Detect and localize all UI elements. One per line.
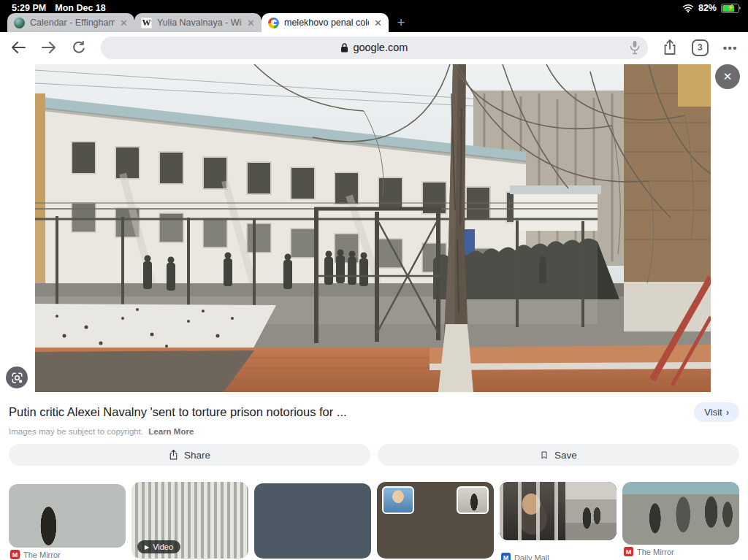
copyright-notice: Images may be subject to copyright. Lear… — [9, 427, 194, 436]
bookmark-icon — [540, 450, 549, 461]
tab-melekhovo-active[interactable]: melekhovo penal colony ✕ — [262, 13, 389, 32]
prison-yard-photo — [565, 482, 617, 540]
tab-calendar[interactable]: Calendar - Effingham Co ✕ — [7, 13, 134, 32]
learn-more-link[interactable]: Learn More — [148, 427, 194, 436]
save-button[interactable]: Save — [378, 444, 739, 466]
inset-portrait-photo — [382, 486, 414, 514]
close-tab-icon[interactable]: ✕ — [374, 18, 382, 28]
related-image-thumbnail[interactable] — [9, 484, 126, 548]
prison-photo-illustration — [35, 64, 711, 392]
lens-viewfinder-icon — [11, 372, 23, 384]
related-image-thumbnail[interactable] — [377, 482, 494, 559]
daily-mail-logo-icon: M — [501, 553, 511, 560]
attribution-text: The Mirror — [637, 548, 674, 556]
tab-switcher-button[interactable]: 3 — [692, 39, 709, 56]
mic-icon[interactable] — [630, 40, 640, 55]
tab-strip: Calendar - Effingham Co ✕ W Yulia Navaln… — [0, 15, 748, 32]
share-label: Share — [184, 450, 210, 461]
visit-label: Visit — [704, 407, 722, 418]
attribution-text: Daily Mail — [514, 553, 549, 560]
attribution-text: The Mirror — [23, 551, 61, 559]
back-button[interactable] — [10, 40, 26, 55]
share-button[interactable]: Share — [9, 444, 370, 466]
lock-icon — [340, 43, 348, 53]
share-page-icon[interactable] — [663, 39, 677, 56]
close-tab-icon[interactable]: ✕ — [120, 18, 128, 28]
date: Mon Dec 18 — [55, 3, 105, 13]
visit-button[interactable]: Visit › — [694, 402, 739, 422]
chevron-right-icon: › — [726, 407, 729, 418]
wifi-icon — [682, 4, 694, 12]
related-image-thumbnail[interactable] — [500, 482, 617, 540]
thumbnail-attribution[interactable]: M The Mirror — [10, 550, 61, 559]
tab-label: Yulia Navalnaya - Wikipe — [157, 18, 242, 28]
tab-label: melekhovo penal colony — [284, 18, 369, 28]
video-badge: ▶ Video — [137, 540, 180, 553]
url-text: google.com — [353, 42, 408, 53]
mirror-logo-icon: M — [10, 550, 20, 559]
close-icon: ✕ — [723, 70, 733, 83]
close-tab-icon[interactable]: ✕ — [247, 18, 255, 28]
thumbnail-attribution[interactable]: M The Mirror — [624, 547, 674, 556]
status-bar: 5:29 PM Mon Dec 18 82% ⚡ — [0, 0, 748, 15]
close-viewer-button[interactable]: ✕ — [715, 64, 740, 89]
wikipedia-favicon: W — [141, 18, 152, 28]
new-tab-button[interactable]: + — [389, 15, 413, 32]
battery-percent: 82% — [698, 3, 717, 13]
thumbnail-attribution[interactable]: M Daily Mail — [501, 553, 549, 560]
tab-label: Calendar - Effingham Co — [30, 18, 115, 28]
google-favicon — [268, 18, 279, 28]
image-title: Putin critic Alexei Navalny 'sent to tor… — [9, 405, 347, 419]
copyright-text: Images may be subject to copyright. — [9, 427, 143, 436]
related-image-thumbnail[interactable] — [254, 483, 371, 559]
play-icon: ▶ — [145, 544, 149, 551]
video-badge-label: Video — [153, 542, 173, 551]
forward-button[interactable] — [41, 40, 57, 55]
url-bar[interactable]: google.com — [101, 37, 648, 59]
tab-wikipedia[interactable]: W Yulia Navalnaya - Wikipe ✕ — [134, 13, 262, 32]
main-image[interactable] — [35, 64, 711, 392]
reload-button[interactable] — [72, 40, 86, 55]
save-label: Save — [554, 450, 577, 461]
image-search-lens-button[interactable] — [6, 367, 28, 388]
clock: 5:29 PM — [12, 3, 46, 13]
more-menu-button[interactable]: ••• — [723, 42, 738, 54]
browser-toolbar: google.com 3 ••• — [0, 32, 748, 63]
navalny-behind-bars-photo — [500, 482, 565, 540]
inset-guard-photo — [457, 486, 489, 514]
battery-icon: ⚡ — [721, 4, 739, 13]
browser-window: 5:29 PM Mon Dec 18 82% ⚡ Calendar - Effi… — [0, 0, 748, 560]
related-image-thumbnail[interactable] — [622, 482, 739, 545]
calendar-site-favicon — [14, 18, 25, 28]
related-video-thumbnail[interactable]: ▶ Video — [131, 482, 248, 559]
share-icon — [169, 449, 178, 461]
mirror-logo-icon: M — [624, 547, 633, 556]
